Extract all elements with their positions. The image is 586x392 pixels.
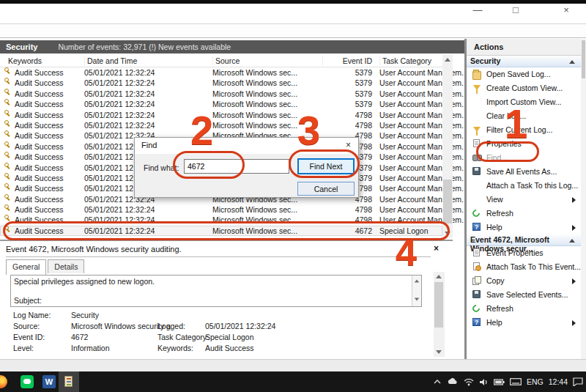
action-item-view[interactable]: View	[467, 193, 581, 207]
scroll-down-icon[interactable]	[442, 229, 453, 238]
cell-id: 4672	[322, 226, 372, 236]
doc-icon	[473, 248, 480, 256]
action-item-filter-current-log[interactable]: Filter Current Log...	[467, 123, 581, 137]
preview-scrollbar[interactable]	[434, 272, 445, 357]
cell-kw: Audit Success	[15, 141, 64, 152]
action-item-copy[interactable]: Copy	[467, 274, 581, 288]
folder-icon	[472, 71, 481, 80]
action-item-save-all-events-as[interactable]: Save All Events As...	[467, 165, 581, 179]
action-item-open-saved-log[interactable]: Open Saved Log...	[467, 67, 581, 81]
event-list-scrollbar[interactable]	[442, 55, 453, 238]
action-item-help[interactable]: Help	[467, 221, 581, 234]
cell-src: Microsoft Windows sec...	[212, 204, 297, 215]
table-row[interactable]: Audit Success05/01/2021 12:32:24Microsof…	[0, 67, 442, 78]
action-item-help[interactable]: Help	[467, 316, 581, 330]
wifi-icon[interactable]	[464, 378, 474, 386]
scrollbar-thumb[interactable]	[443, 180, 452, 223]
column-header-task-category[interactable]: Task Category	[379, 56, 431, 65]
onedrive-cloud-icon[interactable]	[447, 377, 459, 386]
table-row[interactable]: Audit Success05/01/2021 12:32:24Microsof…	[0, 89, 442, 99]
tab-details[interactable]: Details	[48, 259, 84, 273]
submenu-arrow-icon	[572, 320, 576, 326]
minimize-button[interactable]: —	[470, 4, 486, 15]
table-row[interactable]: Audit Success05/01/2021 12:32:24Microsof…	[0, 204, 442, 215]
action-item-label: Find...	[486, 153, 508, 162]
action-center-icon[interactable]	[573, 377, 583, 386]
action-item-create-custom-view[interactable]: Create Custom View...	[467, 81, 581, 95]
table-row[interactable]: Audit Success05/01/2021 12:32:24Microsof…	[0, 99, 442, 109]
touch-keyboard-icon[interactable]	[510, 378, 522, 385]
scrollbar-thumb[interactable]	[582, 40, 585, 78]
table-row[interactable]: Audit Success05/01/2021 12:32:24Microsof…	[0, 215, 442, 225]
scroll-up-icon[interactable]	[442, 55, 453, 64]
find-dialog-close-icon[interactable]: ×	[346, 140, 351, 150]
speaker-icon[interactable]	[479, 378, 489, 386]
event-viewer-taskbar-button[interactable]	[59, 371, 79, 392]
action-item-properties[interactable]: Properties	[467, 137, 581, 151]
column-header-event-id[interactable]: Event ID	[322, 56, 372, 65]
find-what-input[interactable]	[184, 159, 289, 174]
action-item-attach-a-task-to-this-log[interactable]: Attach a Task To this Log...	[467, 179, 581, 193]
action-item-attach-task-to-this-event[interactable]: Attach Task To This Event...	[467, 260, 581, 274]
cell-date: 05/01/2021 12:32:24	[84, 204, 155, 215]
cell-kw: Audit Success	[15, 226, 64, 236]
cell-id: 4798	[322, 215, 372, 225]
action-item-find[interactable]: Find...	[467, 151, 581, 165]
cell-date: 05/01/2021 12:32:24	[84, 89, 155, 99]
action-item-import-custom-view[interactable]: Import Custom View...	[467, 95, 581, 109]
scroll-down-icon[interactable]	[415, 298, 419, 301]
log-name-value: Security	[71, 311, 99, 319]
action-item-save-selected-events[interactable]: Save Selected Events...	[467, 288, 581, 302]
battery-icon[interactable]	[494, 379, 505, 385]
funnel-icon	[473, 85, 481, 90]
action-item-refresh[interactable]: Refresh	[467, 207, 581, 221]
key-icon	[4, 183, 11, 190]
action-item-event-properties[interactable]: Event Properties	[467, 246, 581, 260]
level-value: Information	[71, 344, 110, 352]
event-id-label: Event ID:	[13, 333, 45, 341]
doc-icon	[473, 139, 480, 147]
find-next-button[interactable]: Find Next	[297, 158, 355, 174]
event-id-value: 4672	[71, 333, 88, 341]
logged-value: 05/01/2021 12:32:24	[205, 322, 275, 330]
key-icon	[4, 120, 11, 127]
scroll-up-icon[interactable]	[434, 272, 444, 281]
find-dialog-titlebar[interactable]: Find ×	[135, 138, 358, 154]
maximize-button[interactable]: □	[508, 4, 524, 15]
scrollbar-thumb[interactable]	[434, 282, 443, 328]
refresh-icon	[471, 208, 481, 218]
column-header-source[interactable]: Source	[212, 56, 240, 65]
tab-general[interactable]: General	[6, 259, 46, 275]
word-taskbar-icon[interactable]	[42, 375, 56, 388]
clock[interactable]: 12:44	[549, 377, 568, 386]
actions-section-header-event-4672-microsoft-windows-secur[interactable]: Event 4672, Microsoft Windows secur...	[467, 234, 581, 246]
scroll-down-icon[interactable]	[434, 347, 444, 357]
column-header-date-and-time[interactable]: Date and Time	[84, 56, 137, 65]
event-viewer-icon	[64, 376, 73, 387]
actions-section-header-security[interactable]: Security	[467, 56, 581, 67]
preview-close-icon[interactable]: ×	[434, 243, 439, 254]
preview-title: Event 4672, Microsoft Windows security a…	[6, 245, 182, 254]
action-item-clear-log[interactable]: Clear Log...	[467, 109, 581, 123]
table-row[interactable]: Audit Success05/01/2021 12:32:24Microsof…	[0, 110, 442, 120]
table-row[interactable]: Audit Success05/01/2021 12:32:24Microsof…	[0, 78, 442, 88]
cell-id: 4798	[322, 120, 372, 130]
scroll-up-icon[interactable]	[415, 280, 419, 283]
actions-scrollbar[interactable]	[581, 39, 586, 359]
close-button[interactable]: ×	[558, 4, 574, 15]
cancel-button[interactable]: Cancel	[297, 182, 355, 196]
line-messenger-taskbar-icon[interactable]	[21, 375, 34, 388]
table-row[interactable]: Audit Success05/01/2021 12:32:24Microsof…	[0, 226, 442, 236]
cell-kw: Audit Success	[15, 173, 64, 183]
table-row[interactable]: Audit Success05/01/2021 12:32:24Microsof…	[0, 120, 442, 130]
tray-expand-chevron-icon[interactable]	[433, 378, 442, 385]
cell-kw: Audit Success	[15, 152, 64, 162]
column-header-keywords[interactable]: Keywords	[6, 56, 42, 65]
description-scrollbar[interactable]	[412, 275, 421, 306]
event-description-box[interactable]: Special privileges assigned to new logon…	[10, 275, 422, 307]
log-header-bar: Security Number of events: 32,971 (!) Ne…	[0, 40, 464, 53]
action-item-refresh[interactable]: Refresh	[467, 302, 581, 316]
browser-taskbar-icon[interactable]	[0, 375, 7, 388]
action-item-label: Refresh	[486, 209, 513, 218]
language-indicator[interactable]: ENG	[527, 377, 544, 386]
